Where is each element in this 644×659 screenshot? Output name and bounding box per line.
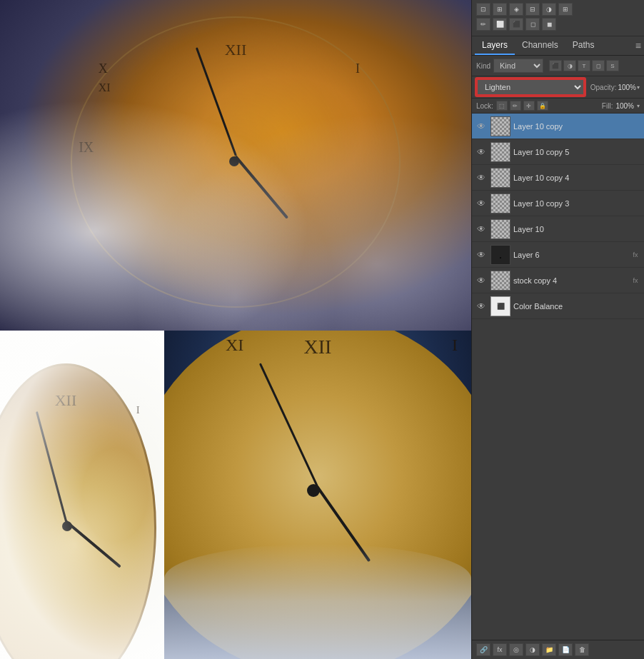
- lock-row: Lock: ⬚ ✏ ✛ 🔒 Fill: 100% ▾: [472, 99, 644, 114]
- opacity-value[interactable]: 100%: [618, 84, 636, 91]
- fill-label: Fill:: [602, 102, 613, 110]
- top-canvas: XII I X XI IX: [0, 0, 471, 331]
- kind-row: Kind Kind Name Effect Mode Attribute Col…: [472, 56, 644, 76]
- thumb-checker-pattern: [491, 220, 510, 238]
- layer-item[interactable]: 👁 . Layer 6 fx: [472, 242, 644, 268]
- clock-hand-center-br: [307, 484, 320, 497]
- toolbar-row-1: ⊡ ⊞ ◈ ⊟ ◑ ⊞: [476, 3, 640, 16]
- layer-name: Color Balance: [513, 302, 641, 311]
- layer-visibility-toggle[interactable]: 👁: [475, 171, 488, 184]
- tab-paths[interactable]: Paths: [565, 36, 602, 55]
- fill-value[interactable]: 100%: [615, 102, 634, 110]
- kind-label: Kind: [476, 62, 490, 70]
- layer-item[interactable]: 👁 Layer 10 copy: [472, 114, 644, 139]
- toolbar-row-2: ✏ ⬜ ⬛ ◻ ◼: [476, 18, 640, 31]
- layer-fx-badge: fx: [630, 275, 641, 286]
- numeral-xii-br: XII: [304, 336, 332, 358]
- blend-mode-select[interactable]: Lighten Normal Dissolve Darken Multiply …: [476, 79, 585, 96]
- kind-icon-adjust[interactable]: ◑: [563, 60, 576, 71]
- toolbar-icon-9[interactable]: ⬛: [509, 18, 523, 31]
- layer-thumbnail: [490, 193, 510, 213]
- app-container: XII I X XI IX: [0, 0, 644, 659]
- blend-row: Lighten Normal Dissolve Darken Multiply …: [472, 76, 644, 99]
- layer-visibility-toggle[interactable]: 👁: [475, 197, 488, 210]
- layer-visibility-toggle[interactable]: 👁: [475, 223, 488, 236]
- layer-thumbnail: [490, 142, 510, 162]
- layer-item[interactable]: 👁 Layer 10 copy 5: [472, 139, 644, 165]
- toolbar-icon-10[interactable]: ◻: [525, 18, 540, 31]
- thumb-checker-pattern: [491, 117, 510, 136]
- opacity-arrow: ▾: [637, 84, 640, 91]
- fill-arrow: ▾: [637, 103, 640, 109]
- toolbar-icon-8[interactable]: ⬜: [493, 18, 507, 31]
- top-canvas-bg: XII I X XI IX: [0, 0, 471, 331]
- lock-pixel-icon[interactable]: ✏: [510, 101, 521, 111]
- kind-select[interactable]: Kind Name Effect Mode Attribute Color: [493, 59, 543, 73]
- toolbar-icon-1[interactable]: ⊡: [476, 3, 490, 16]
- layer-visibility-toggle[interactable]: 👁: [475, 146, 488, 159]
- delete-layer-button[interactable]: 🗑: [575, 643, 589, 656]
- panel-toolbar: ⊡ ⊞ ◈ ⊟ ◑ ⊞ ✏ ⬜ ⬛ ◻ ◼: [472, 0, 644, 36]
- layer-visibility-toggle[interactable]: 👁: [475, 248, 488, 261]
- new-group-button[interactable]: 📁: [542, 643, 556, 656]
- toolbar-icon-6[interactable]: ⊞: [558, 3, 573, 16]
- tab-channels[interactable]: Channels: [515, 36, 565, 55]
- layer-fx-badge: fx: [630, 249, 641, 261]
- new-layer-button[interactable]: 📄: [558, 643, 573, 656]
- layer-thumbnail: [490, 271, 510, 291]
- lock-icons: ⬚ ✏ ✛ 🔒: [496, 101, 548, 111]
- blend-select-wrapper: Lighten Normal Dissolve Darken Multiply …: [476, 79, 585, 96]
- toolbar-icon-4[interactable]: ⊟: [525, 3, 540, 16]
- layer-visibility-toggle[interactable]: 👁: [475, 300, 488, 313]
- toolbar-icon-3[interactable]: ◈: [509, 3, 523, 16]
- bottom-row: XII XI X IX I: [0, 331, 471, 659]
- kind-icon-pixel[interactable]: ⬛: [549, 60, 562, 71]
- layers-panel: ⊡ ⊞ ◈ ⊟ ◑ ⊞ ✏ ⬜ ⬛ ◻ ◼ Layers Channels Pa…: [471, 0, 644, 659]
- toolbar-icon-2[interactable]: ⊞: [493, 3, 507, 16]
- bottom-right-canvas: XII XI I X IX: [164, 331, 471, 659]
- toolbar-icon-11[interactable]: ◼: [542, 18, 556, 31]
- add-mask-button[interactable]: ◎: [509, 643, 523, 656]
- layer-item[interactable]: 👁 Layer 10: [472, 216, 644, 242]
- numeral-i-br: I: [452, 336, 458, 355]
- layer-item[interactable]: 👁 Layer 10 copy 4: [472, 165, 644, 191]
- toolbar-icon-5[interactable]: ◑: [542, 3, 556, 16]
- layer-thumbnail: .: [490, 245, 510, 265]
- thumb-checker-pattern: [491, 143, 510, 161]
- kind-icon-smart[interactable]: S: [606, 60, 619, 71]
- layer-name: Layer 10 copy: [513, 122, 641, 131]
- kind-icons: ⬛ ◑ T ◻ S: [549, 60, 619, 71]
- layer-name: stock copy 4: [513, 276, 628, 285]
- panel-bottom-toolbar: 🔗 fx ◎ ◑ 📁 📄 🗑: [472, 640, 644, 659]
- kind-icon-shape[interactable]: ◻: [592, 60, 605, 71]
- new-adjustment-button[interactable]: ◑: [525, 643, 540, 656]
- layer-thumbnail: ⬛: [490, 296, 510, 316]
- clock-hand-minute-br: [258, 363, 318, 488]
- layer-item[interactable]: 👁 Layer 10 copy 3: [472, 191, 644, 216]
- lock-move-icon[interactable]: ✛: [523, 101, 535, 111]
- layers-list: 👁 Layer 10 copy 👁 Layer 10 copy 5 👁: [472, 114, 644, 640]
- opacity-label: Opacity:: [590, 84, 617, 91]
- tab-layers[interactable]: Layers: [475, 36, 515, 55]
- clock-cloud-br: [164, 544, 471, 659]
- layer-name: Layer 10: [513, 225, 641, 233]
- add-style-button[interactable]: fx: [493, 643, 507, 656]
- layer-name: Layer 10 copy 4: [513, 173, 641, 182]
- clock-blur-bl: [0, 331, 164, 659]
- thumb-checker-pattern: [491, 168, 510, 187]
- link-layers-button[interactable]: 🔗: [476, 643, 490, 656]
- layer-thumbnail: [490, 116, 510, 136]
- layer-visibility-toggle[interactable]: 👁: [475, 120, 488, 133]
- toolbar-icon-7[interactable]: ✏: [476, 18, 490, 31]
- layer-visibility-toggle[interactable]: 👁: [475, 274, 488, 287]
- layer-item[interactable]: 👁 ⬛ Color Balance: [472, 293, 644, 319]
- panel-options-button[interactable]: ≡: [635, 40, 641, 51]
- thumb-checker-pattern: [491, 194, 510, 213]
- layer-item[interactable]: 👁 stock copy 4 fx: [472, 268, 644, 293]
- lock-all-icon[interactable]: 🔒: [537, 101, 548, 111]
- layer-name: Layer 6: [513, 251, 628, 259]
- bottom-right-bg: XII XI I X IX: [164, 331, 471, 659]
- kind-icon-text[interactable]: T: [578, 60, 590, 71]
- layer-name: Layer 10 copy 3: [513, 199, 641, 208]
- lock-transparent-icon[interactable]: ⬚: [496, 101, 508, 111]
